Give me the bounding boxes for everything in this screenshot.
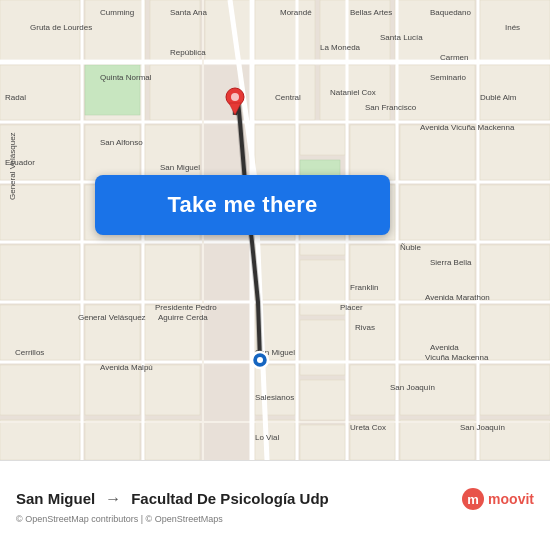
svg-text:Bellas Artes: Bellas Artes bbox=[350, 8, 392, 17]
svg-rect-63 bbox=[480, 305, 550, 360]
svg-rect-29 bbox=[85, 420, 140, 460]
svg-rect-35 bbox=[145, 420, 200, 460]
svg-text:Avenida Vicuña Mackenna: Avenida Vicuña Mackenna bbox=[420, 123, 515, 132]
svg-text:San Francisco: San Francisco bbox=[365, 103, 417, 112]
svg-rect-56 bbox=[400, 245, 475, 300]
svg-rect-11 bbox=[150, 65, 200, 120]
svg-rect-61 bbox=[480, 185, 550, 240]
route-info: San Miguel → Facultad De Psicología Udp bbox=[16, 490, 462, 508]
svg-text:Quinta Normal: Quinta Normal bbox=[100, 73, 152, 82]
svg-rect-60 bbox=[480, 125, 550, 180]
svg-text:Lo Vial: Lo Vial bbox=[255, 433, 280, 442]
svg-text:Dublé Alm: Dublé Alm bbox=[480, 93, 517, 102]
svg-text:Santa Lucía: Santa Lucía bbox=[380, 33, 423, 42]
svg-text:Seminario: Seminario bbox=[430, 73, 467, 82]
svg-text:Radal: Radal bbox=[5, 93, 26, 102]
svg-text:San Joaquín: San Joaquín bbox=[390, 383, 435, 392]
svg-text:Ureta Cox: Ureta Cox bbox=[350, 423, 386, 432]
take-me-there-button[interactable]: Take me there bbox=[95, 175, 390, 235]
svg-text:Avenida Malpú: Avenida Malpú bbox=[100, 363, 153, 372]
svg-rect-24 bbox=[85, 125, 140, 180]
svg-text:Vicuña Mackenna: Vicuña Mackenna bbox=[425, 353, 489, 362]
svg-rect-48 bbox=[350, 125, 395, 180]
svg-text:San Joaquín: San Joaquín bbox=[460, 423, 505, 432]
take-me-there-label: Take me there bbox=[167, 192, 317, 218]
bottom-bar: San Miguel → Facultad De Psicología Udp … bbox=[0, 460, 550, 550]
svg-text:Avenida Marathon: Avenida Marathon bbox=[425, 293, 490, 302]
svg-text:Avenida: Avenida bbox=[430, 343, 459, 352]
svg-text:Sierra Bella: Sierra Bella bbox=[430, 258, 472, 267]
svg-point-132 bbox=[257, 357, 263, 363]
route-row: San Miguel → Facultad De Psicología Udp … bbox=[16, 488, 534, 510]
svg-text:Rivas: Rivas bbox=[355, 323, 375, 332]
map-container: Gruta de Lourdes Cumming Santa Ana Moran… bbox=[0, 0, 550, 460]
svg-rect-44 bbox=[300, 260, 345, 315]
svg-text:Morandé: Morandé bbox=[280, 8, 312, 17]
svg-text:Central: Central bbox=[275, 93, 301, 102]
svg-rect-54 bbox=[400, 125, 475, 180]
svg-text:Santa Ana: Santa Ana bbox=[170, 8, 207, 17]
moovit-logo-text: moovit bbox=[488, 491, 534, 507]
svg-text:Baquedano: Baquedano bbox=[430, 8, 471, 17]
svg-text:Carmen: Carmen bbox=[440, 53, 468, 62]
svg-text:Gruta de Lourdes: Gruta de Lourdes bbox=[30, 23, 92, 32]
svg-rect-55 bbox=[400, 185, 475, 240]
svg-text:Ñuble: Ñuble bbox=[400, 243, 421, 252]
svg-rect-22 bbox=[0, 365, 80, 415]
svg-text:La Moneda: La Moneda bbox=[320, 43, 361, 52]
svg-text:Nataniel Cox: Nataniel Cox bbox=[330, 88, 376, 97]
svg-text:San Miguel: San Miguel bbox=[160, 163, 200, 172]
svg-rect-36 bbox=[255, 125, 295, 180]
moovit-logo: m moovit bbox=[462, 488, 534, 510]
svg-text:General Velásquez: General Velásquez bbox=[78, 313, 146, 322]
svg-text:Presidente Pedro: Presidente Pedro bbox=[155, 303, 217, 312]
svg-rect-28 bbox=[85, 365, 140, 415]
svg-text:Ecuador: Ecuador bbox=[5, 158, 35, 167]
svg-rect-20 bbox=[0, 245, 80, 300]
svg-text:República: República bbox=[170, 48, 206, 57]
svg-rect-4 bbox=[205, 0, 250, 60]
svg-text:Aguirre Cerda: Aguirre Cerda bbox=[158, 313, 208, 322]
svg-text:Franklin: Franklin bbox=[350, 283, 378, 292]
copyright-text: © OpenStreetMap contributors | © OpenStr… bbox=[16, 514, 534, 524]
svg-rect-52 bbox=[350, 365, 395, 415]
svg-rect-51 bbox=[350, 305, 395, 360]
origin-label: San Miguel bbox=[16, 490, 95, 507]
svg-rect-47 bbox=[300, 425, 345, 460]
svg-text:Placer: Placer bbox=[340, 303, 363, 312]
svg-rect-23 bbox=[0, 420, 80, 460]
svg-rect-34 bbox=[145, 365, 200, 415]
svg-rect-64 bbox=[480, 365, 550, 415]
svg-rect-26 bbox=[85, 245, 140, 300]
svg-text:Cumming: Cumming bbox=[100, 8, 134, 17]
svg-text:Salesianos: Salesianos bbox=[255, 393, 294, 402]
svg-rect-46 bbox=[300, 380, 345, 420]
destination-label: Facultad De Psicología Udp bbox=[131, 490, 329, 507]
svg-text:Cerrillos: Cerrillos bbox=[15, 348, 44, 357]
moovit-logo-icon: m bbox=[462, 488, 484, 510]
arrow-icon: → bbox=[105, 490, 121, 508]
svg-text:Inés: Inés bbox=[505, 23, 520, 32]
svg-point-130 bbox=[231, 93, 239, 101]
svg-text:San Alfonso: San Alfonso bbox=[100, 138, 143, 147]
svg-rect-45 bbox=[300, 320, 345, 375]
svg-rect-32 bbox=[145, 245, 200, 300]
svg-rect-42 bbox=[300, 125, 345, 155]
svg-text:m: m bbox=[467, 492, 479, 507]
svg-rect-62 bbox=[480, 245, 550, 300]
